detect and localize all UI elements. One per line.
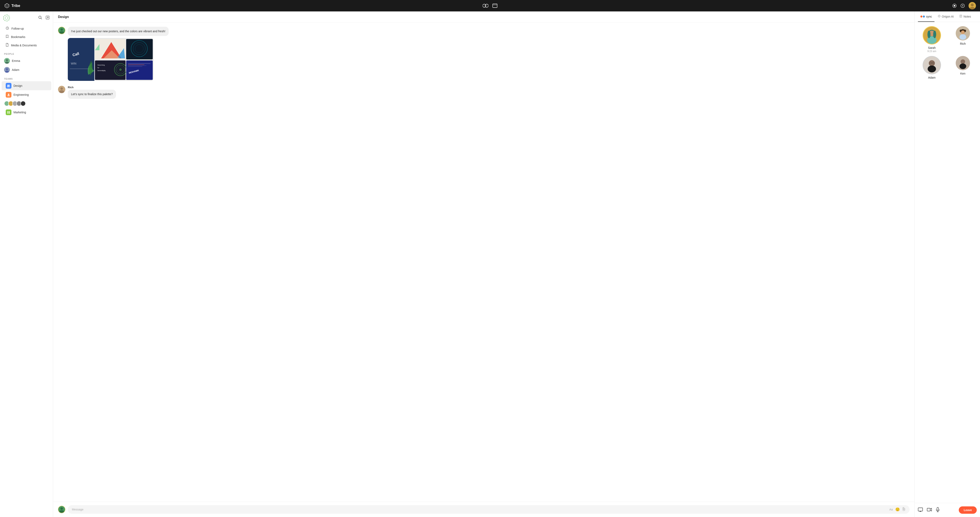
sidebar-item-media[interactable]: Media & Documents [2,41,51,49]
rich-message-row: Rich Let's sync to finalize this palette… [58,86,910,99]
svg-point-23 [9,85,10,86]
my-avatar-chat [58,506,65,513]
attach-icon[interactable] [902,507,905,512]
svg-point-86 [961,30,965,34]
svg-point-11 [5,16,8,19]
rich-avatar [956,26,970,40]
emoji-icon[interactable]: 🙂 [895,507,900,512]
svg-point-5 [954,5,955,6]
svg-point-9 [971,3,974,6]
help-icon[interactable]: ? [960,3,965,8]
svg-point-87 [959,34,966,40]
sidebar-team-design[interactable]: Design [2,81,51,90]
compose-icon[interactable] [46,16,49,21]
svg-point-90 [928,65,936,73]
svg-point-17 [6,59,8,61]
link-icon[interactable] [483,4,488,8]
sidebar-person-emma[interactable]: Emma [0,56,53,65]
svg-point-12 [39,16,41,18]
svg-rect-97 [918,508,923,511]
emma-avatar [4,58,10,64]
tab-notes[interactable]: Notes [957,11,974,22]
svg-text:?: ? [962,5,963,7]
sidebar-person-adam[interactable]: Adam [0,65,53,74]
window-icon[interactable] [492,4,497,8]
chat-header: Design [53,11,915,23]
ken-member-name: Ken [960,72,966,75]
adam-name: Adam [12,68,19,72]
leave-button[interactable]: Leave [959,506,977,514]
sidebar-team-marketing[interactable]: Marketing [2,108,51,117]
message-placeholder: Message [72,508,83,511]
marketing-team-icon [6,110,11,115]
svg-point-80 [928,31,931,38]
svg-point-22 [7,85,9,86]
diamond-icon [938,15,940,18]
svg-rect-101 [937,507,939,510]
sidebar-logo[interactable] [3,15,10,21]
origon-tab-label: Origon AI [942,15,954,18]
tab-sync[interactable]: sync [918,12,934,22]
svg-text:Serendipity: Serendipity [97,70,105,72]
sidebar-item-followup[interactable]: Follow-up [2,24,51,33]
rich-message-content: Rich Let's sync to finalize this palette… [68,86,910,99]
video-icon[interactable] [927,508,932,512]
app-logo[interactable]: Tribe [4,3,20,9]
sidebar-team-engineering[interactable]: Engineering [2,90,51,99]
svg-point-95 [961,59,965,64]
svg-point-66 [60,87,63,90]
app-name: Tribe [11,4,20,8]
svg-rect-2 [493,4,497,8]
followup-label: Follow-up [11,27,24,30]
chat-input-area: Message Aa 🙂 [53,502,915,517]
tab-origon[interactable]: Origon AI [935,11,956,22]
top-nav-right: ? [952,2,976,10]
svg-point-27 [7,95,10,96]
svg-point-1 [485,4,488,7]
svg-rect-64 [128,66,142,67]
file-icon [6,43,9,48]
adam-avatar-sidebar [4,67,10,73]
member-card-rich: Rich [949,26,977,52]
sync-tab-label: sync [926,15,932,18]
sidebar-team-group[interactable] [0,99,53,108]
chat-input-icons: Aa 🙂 [889,507,905,512]
bookmarks-label: Bookmarks [11,35,25,38]
svg-rect-28 [7,111,8,112]
user-avatar[interactable] [969,2,976,10]
sarah-chat-avatar [58,27,65,34]
people-section-label: PEOPLE [0,49,53,56]
sarah-member-name: Sarah [928,46,935,49]
svg-rect-61 [128,64,151,64]
rich-chat-avatar [58,86,65,93]
engineering-team-label: Engineering [13,93,29,96]
sidebar-item-bookmarks[interactable]: Bookmarks [2,33,51,41]
sidebar-top-bar [0,15,53,24]
main-container: Follow-up Bookmarks Media & Documents PE… [0,11,980,517]
svg-point-69 [60,507,63,510]
svg-point-33 [60,29,63,31]
mic-icon[interactable] [936,507,940,513]
text-size-label[interactable]: Aa [889,508,893,511]
sarah-message-text: I've just checked out our new posters, a… [71,30,165,33]
chat-messages: I've just checked out our new posters, a… [53,23,915,502]
svg-point-81 [933,31,936,38]
sarah-message-content: I've just checked out our new posters, a… [68,27,910,82]
svg-rect-55 [126,39,153,59]
teams-section-label: TEAMS [0,74,53,81]
svg-rect-30 [7,113,8,113]
sync-icon [920,16,925,17]
svg-rect-63 [128,65,146,66]
marketing-team-label: Marketing [13,111,26,114]
chat-input-box[interactable]: Message Aa 🙂 [68,505,910,514]
svg-point-51 [119,68,122,71]
notes-tab-label: Notes [964,15,971,18]
screen-share-icon[interactable] [918,507,923,513]
rich-member-name: Rich [960,42,966,45]
search-icon[interactable] [38,16,42,21]
record-icon[interactable] [952,3,957,8]
right-panel-actions: Leave [915,503,980,517]
top-nav-center [483,4,497,8]
rich-sender-name: Rich [68,86,910,89]
svg-point-20 [6,68,8,70]
